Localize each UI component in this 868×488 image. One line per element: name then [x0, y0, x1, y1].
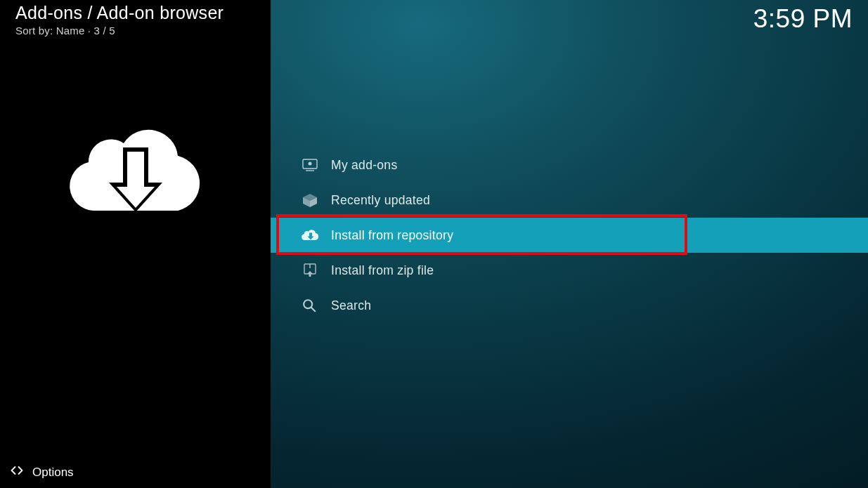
options-button[interactable]: Options: [10, 463, 74, 481]
menu-item-label: Search: [331, 298, 371, 313]
cloud-download-small-icon: [302, 227, 331, 243]
sidebar: Add-ons / Add-on browser Sort by: Name ·…: [0, 0, 271, 488]
header: Add-ons / Add-on browser Sort by: Name ·…: [0, 0, 271, 37]
menu-item-label: Install from repository: [331, 228, 453, 243]
zip-download-icon: [302, 263, 331, 278]
menu-item-install-from-zip[interactable]: Install from zip file: [271, 253, 868, 288]
box-icon: [302, 192, 331, 208]
breadcrumb: Add-ons / Add-on browser: [15, 3, 271, 23]
app-root: Add-ons / Add-on browser Sort by: Name ·…: [0, 0, 868, 488]
menu-item-label: My add-ons: [331, 158, 397, 173]
options-label: Options: [32, 466, 74, 480]
menu-item-search[interactable]: Search: [271, 288, 868, 323]
sort-info: Sort by: Name · 3 / 5: [15, 25, 271, 37]
svg-line-12: [311, 308, 315, 311]
menu-item-my-addons[interactable]: My add-ons: [271, 147, 868, 183]
menu-list: My add-ons Recently updated: [271, 147, 868, 323]
cloud-download-icon: [0, 107, 271, 233]
chevrons-left-right-icon: [10, 463, 24, 481]
menu-item-label: Install from zip file: [331, 263, 434, 278]
menu-item-install-from-repository[interactable]: Install from repository: [271, 218, 868, 253]
svg-marker-10: [307, 271, 313, 277]
menu-item-label: Recently updated: [331, 193, 430, 208]
monitor-icon: [302, 157, 331, 173]
svg-point-2: [309, 162, 312, 166]
menu-item-recently-updated[interactable]: Recently updated: [271, 183, 868, 218]
search-icon: [302, 298, 331, 313]
main-panel: 3:59 PM My add-ons: [271, 0, 868, 488]
clock: 3:59 PM: [753, 4, 853, 34]
